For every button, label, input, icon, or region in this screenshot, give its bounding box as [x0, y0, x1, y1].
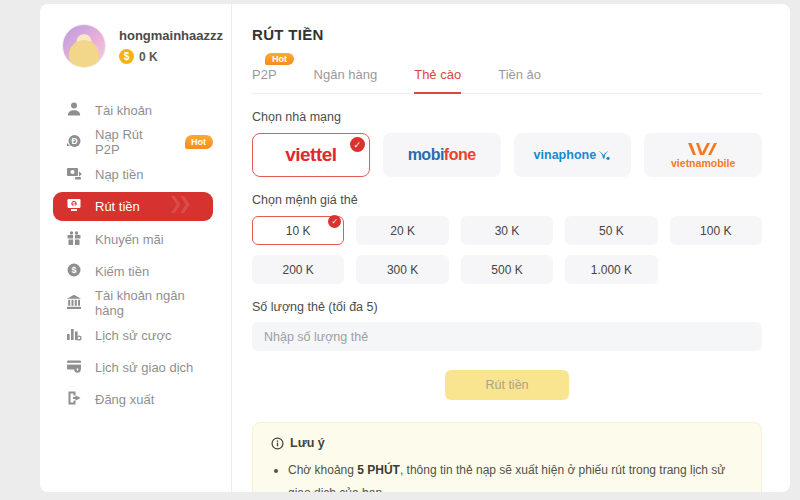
- check-icon: ✓: [350, 137, 365, 152]
- vietnamobile-logo: vietnamobile: [671, 142, 735, 169]
- sidebar-item-withdraw[interactable]: $ Rút tiền ❯❯: [53, 192, 213, 221]
- note-item: Chờ khoảng 5 PHÚT, thông tin thẻ nạp sẽ …: [288, 459, 743, 492]
- sidebar-item-bet-history[interactable]: Lịch sử cược: [62, 319, 213, 351]
- denom-option-300k[interactable]: 300 K: [356, 255, 448, 284]
- main-content: RÚT TIỀN Hot P2P Ngân hàng Thẻ cào Tiền …: [232, 4, 790, 492]
- gift-icon: [66, 230, 82, 249]
- sidebar-item-account[interactable]: Tài khoản: [62, 94, 213, 126]
- tab-phone-card[interactable]: Thẻ cào: [414, 67, 461, 94]
- coin-icon: $: [119, 49, 134, 64]
- svg-text:$: $: [71, 265, 76, 275]
- hot-badge: Hot: [265, 53, 294, 65]
- user-icon: [66, 101, 82, 120]
- hot-badge: Hot: [185, 135, 213, 149]
- withdraw-icon: $: [66, 197, 82, 216]
- bet-history-icon: [66, 326, 82, 345]
- svg-text:Đ: Đ: [71, 136, 77, 146]
- note-title: Lưu ý: [271, 436, 743, 450]
- withdraw-submit-button[interactable]: Rút tiền: [445, 370, 569, 400]
- network-options: ✓ viettel mobifone vinaphone vietnamobil…: [252, 133, 762, 177]
- balance: $ 0 K: [119, 49, 223, 64]
- sidebar-item-promotions[interactable]: Khuyến mãi: [62, 223, 213, 255]
- tab-p2p[interactable]: Hot P2P: [252, 67, 277, 93]
- network-option-vinaphone[interactable]: vinaphone: [514, 133, 632, 177]
- withdraw-tabs: Hot P2P Ngân hàng Thẻ cào Tiền ảo: [252, 67, 762, 94]
- avatar[interactable]: [62, 24, 106, 68]
- username: hongmainhaazzz: [119, 28, 223, 43]
- transaction-history-icon: [66, 358, 82, 377]
- deposit-icon: [66, 165, 82, 184]
- earn-icon: $: [66, 262, 82, 281]
- check-icon: ✓: [328, 215, 341, 228]
- denom-option-500k[interactable]: 500 K: [461, 255, 553, 284]
- network-section-label: Chọn nhà mạng: [252, 110, 762, 124]
- user-profile: hongmainhaazzz $ 0 K: [62, 24, 231, 68]
- tab-bank[interactable]: Ngân hàng: [314, 67, 378, 93]
- network-option-viettel[interactable]: ✓ viettel: [252, 133, 370, 177]
- viettel-logo: viettel: [285, 144, 336, 166]
- vinaphone-swoosh-icon: [596, 148, 611, 162]
- info-icon: [271, 437, 284, 450]
- denom-option-10k[interactable]: ✓ 10 K: [252, 216, 344, 245]
- note-list: Chờ khoảng 5 PHÚT, thông tin thẻ nạp sẽ …: [288, 459, 743, 492]
- sidebar-item-bank-account[interactable]: Tài khoản ngân hàng: [62, 287, 213, 319]
- note-box: Lưu ý Chờ khoảng 5 PHÚT, thông tin thẻ n…: [252, 422, 762, 492]
- tab-crypto[interactable]: Tiền ảo: [498, 67, 541, 93]
- denom-option-100k[interactable]: 100 K: [670, 216, 762, 245]
- sidebar-menu: Tài khoản Đ Nạp Rút P2P Hot Nạp tiền $ R…: [62, 94, 231, 415]
- network-option-vietnamobile[interactable]: vietnamobile: [644, 133, 762, 177]
- quantity-section-label: Số lượng thẻ (tối đa 5): [252, 300, 762, 314]
- denomination-options: ✓ 10 K 20 K 30 K 50 K 100 K 200 K 300 K …: [252, 216, 762, 284]
- chevron-right-icon: ❯❯: [169, 193, 188, 214]
- denom-option-50k[interactable]: 50 K: [565, 216, 657, 245]
- vinaphone-logo: vinaphone: [534, 148, 612, 162]
- denomination-section-label: Chọn mệnh giá thẻ: [252, 193, 762, 207]
- sidebar-item-deposit[interactable]: Nạp tiền: [62, 158, 213, 190]
- denom-option-30k[interactable]: 30 K: [461, 216, 553, 245]
- mobifone-logo: mobifone: [408, 146, 476, 164]
- denom-option-1000k[interactable]: 1.000 K: [565, 255, 657, 284]
- p2p-icon: Đ: [66, 133, 82, 152]
- vietnamobile-mark-icon: [686, 142, 720, 156]
- denom-option-20k[interactable]: 20 K: [356, 216, 448, 245]
- quantity-input[interactable]: [252, 322, 762, 351]
- sidebar-item-earn[interactable]: $ Kiếm tiền: [62, 255, 213, 287]
- logout-icon: [66, 390, 82, 409]
- network-option-mobifone[interactable]: mobifone: [383, 133, 501, 177]
- app-panel: hongmainhaazzz $ 0 K Tài khoản Đ Nạp Rút…: [40, 4, 790, 492]
- sidebar-item-logout[interactable]: Đăng xuất: [62, 383, 213, 415]
- page-title: RÚT TIỀN: [252, 26, 762, 43]
- sidebar-item-transaction-history[interactable]: Lịch sử giao dịch: [62, 351, 213, 383]
- svg-text:$: $: [72, 201, 75, 207]
- sidebar: hongmainhaazzz $ 0 K Tài khoản Đ Nạp Rút…: [40, 4, 232, 492]
- denom-option-200k[interactable]: 200 K: [252, 255, 344, 284]
- sidebar-item-p2p[interactable]: Đ Nạp Rút P2P Hot: [62, 126, 213, 158]
- bank-icon: [66, 294, 82, 313]
- balance-amount: 0 K: [139, 50, 158, 64]
